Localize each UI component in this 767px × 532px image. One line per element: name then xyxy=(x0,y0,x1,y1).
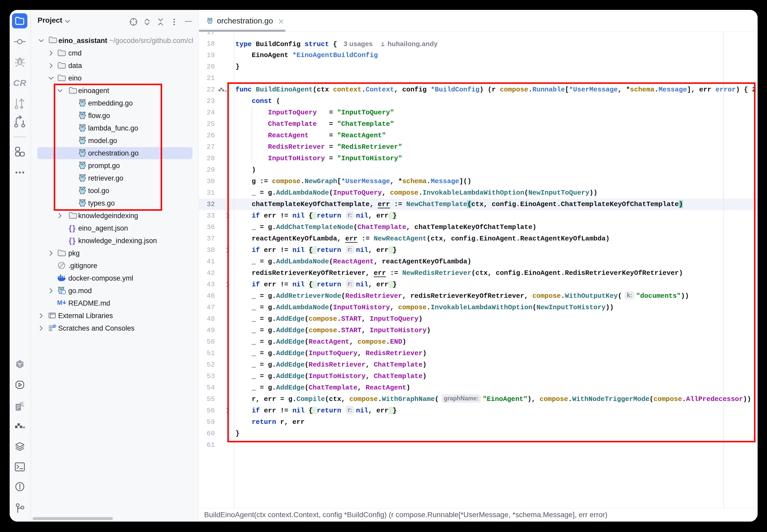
svg-text:M: M xyxy=(57,300,62,306)
